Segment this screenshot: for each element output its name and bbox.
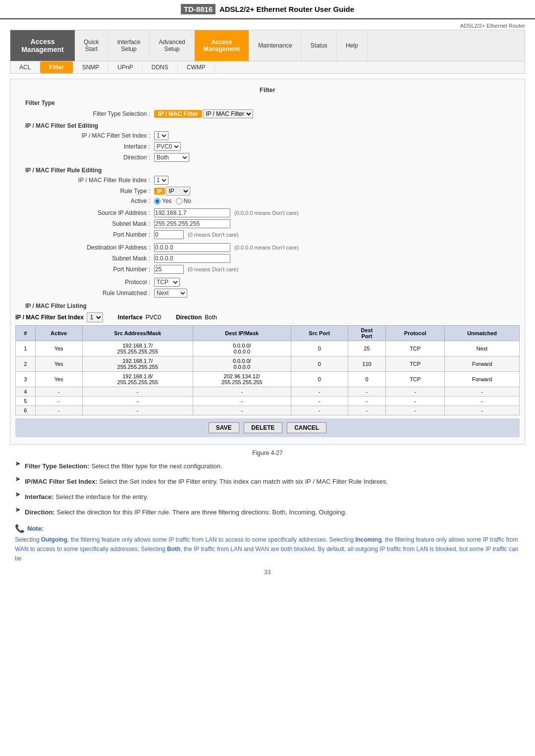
cell-protocol: -: [386, 406, 445, 415]
subnav-upnp[interactable]: UPnP: [108, 61, 142, 73]
active-no-radio[interactable]: [176, 198, 182, 204]
bullet-bold-1: Filter Type Selection:: [25, 462, 90, 470]
dst-mask-label: Subnet Mask :: [55, 255, 154, 262]
direction-label: Direction :: [55, 154, 154, 161]
active-yes-label[interactable]: Yes: [154, 198, 172, 204]
subnav-cwmp[interactable]: CWMP: [178, 61, 215, 73]
nav-help[interactable]: Help: [337, 30, 368, 61]
dst-ip-hint: (0.0.0.0 means Don't care): [234, 245, 299, 251]
src-ip-row: Source IP Address : (0.0.0.0 means Don't…: [55, 208, 520, 217]
note-section: 📞 Note: Selecting Outgoing, the filterin…: [15, 524, 520, 564]
col-dst-port: DestPort: [348, 326, 385, 341]
cell-src-port: 0: [291, 356, 348, 372]
subnav-acl[interactable]: ACL: [10, 61, 40, 73]
listing-direction-label: Direction: [176, 314, 202, 321]
cancel-button[interactable]: CANCEL: [287, 422, 326, 433]
nav-interface-setup[interactable]: InterfaceSetup: [108, 30, 150, 61]
note-icon: 📞: [15, 524, 25, 533]
protocol-label: Protocol :: [55, 279, 154, 286]
cell-active: Yes: [35, 372, 82, 387]
subnav-filter[interactable]: Filter: [40, 61, 73, 73]
device-label: ADSL2/2+ Ethernet Router: [0, 22, 535, 30]
nav-items: QuickStart InterfaceSetup AdvancedSetup …: [75, 30, 525, 61]
dst-port-row: Port Number : (0 means Don't care): [55, 265, 520, 274]
src-mask-label: Subnet Mask :: [55, 220, 154, 227]
dst-mask-input[interactable]: [154, 254, 230, 263]
listing-set-index-select[interactable]: 1: [87, 312, 103, 322]
note-both: Both: [167, 546, 180, 553]
src-ip-input[interactable]: [154, 208, 230, 217]
nav-quick-start[interactable]: QuickStart: [75, 30, 108, 61]
nav-access-management[interactable]: AccessManagement: [195, 30, 249, 61]
nav-maintenance[interactable]: Maintenance: [249, 30, 302, 61]
col-protocol: Protocol: [386, 326, 445, 341]
col-num: #: [16, 326, 36, 341]
cell-num: 6: [16, 406, 36, 415]
active-yes-radio[interactable]: [154, 198, 160, 204]
cell-dst-port: 25: [348, 341, 385, 356]
rule-index-row: IP / MAC Filter Rule Index : 12: [55, 176, 520, 185]
content-area: Filter Filter Type Filter Type Selection…: [10, 79, 525, 445]
bullet-2: ➤ IP/MAC Filter Set Index: Select the Se…: [15, 475, 520, 488]
active-no-label[interactable]: No: [176, 198, 191, 204]
cell-num: 4: [16, 387, 36, 397]
rule-editing-label: IP / MAC Filter Rule Editing: [25, 167, 520, 174]
table-row: 6 - - - - - - -: [16, 406, 520, 415]
sidebar-label: AccessManagement: [10, 30, 75, 61]
cell-dst-port: -: [348, 397, 385, 406]
cell-src-port: 0: [291, 372, 348, 387]
table-row: 4 - - - - - - -: [16, 387, 520, 397]
src-ip-label: Source IP Address :: [55, 209, 154, 216]
save-button[interactable]: SAVE: [209, 422, 239, 433]
direction-select[interactable]: BothIncomingOutgoing: [154, 153, 189, 162]
filter-type-label: Filter Type: [25, 100, 520, 106]
sub-nav: ACL Filter SNMP UPnP DDNS CWMP: [10, 61, 525, 74]
rule-index-select[interactable]: 12: [154, 176, 168, 185]
table-row: 1 Yes 192.168.1.7/255.255.255.255 0.0.0.…: [16, 341, 520, 356]
cell-protocol: -: [386, 387, 445, 397]
listing-table: # Active Src Address/Mask Dest IP/Mask S…: [15, 325, 520, 415]
rule-unmatched-select[interactable]: NextForwardDrop: [154, 289, 187, 298]
dst-ip-label: Destination IP Address :: [55, 244, 154, 251]
cell-dst: 0.0.0.0/0.0.0.0: [193, 356, 291, 372]
src-mask-row: Subnet Mask :: [55, 219, 520, 228]
rule-type-select[interactable]: IPMAC: [166, 187, 190, 196]
cell-src: 192.168.1.7/255.255.255.255: [82, 341, 193, 356]
cell-src: -: [82, 406, 193, 415]
nav-advanced-setup[interactable]: AdvancedSetup: [150, 30, 194, 61]
nav-status[interactable]: Status: [302, 30, 337, 61]
rule-type-tag[interactable]: IP: [154, 188, 165, 195]
page-header: TD-8816 ADSL2/2+ Ethernet Router User Gu…: [0, 0, 535, 30]
bullet-arrow-3: ➤: [15, 490, 21, 504]
cell-unmatched: -: [445, 406, 520, 415]
cell-src-port: -: [291, 397, 348, 406]
set-index-select[interactable]: 123: [154, 131, 168, 140]
subnav-snmp[interactable]: SNMP: [73, 61, 109, 73]
protocol-select[interactable]: TCPUDPICMP: [154, 278, 180, 287]
dst-ip-input[interactable]: [154, 243, 230, 252]
table-row: 2 Yes 192.168.1.7/255.255.255.255 0.0.0.…: [16, 356, 520, 372]
model-badge: TD-8816: [181, 4, 215, 14]
bullet-arrow-4: ➤: [15, 505, 21, 519]
cell-protocol: TCP: [386, 341, 445, 356]
note-incoming: Incoming: [355, 536, 381, 543]
interface-select[interactable]: PVC0PVC1: [154, 142, 181, 151]
rule-unmatched-row: Rule Unmatched : NextForwardDrop: [55, 289, 520, 298]
filter-type-dropdown[interactable]: IP / MAC Filter: [154, 110, 202, 118]
filter-type-select[interactable]: IP / MAC Filter: [203, 109, 253, 118]
src-mask-input[interactable]: [154, 219, 230, 228]
cell-src: -: [82, 387, 193, 397]
dst-port-input[interactable]: [154, 265, 184, 274]
cell-dst: -: [193, 387, 291, 397]
cell-active: -: [35, 387, 82, 397]
cell-protocol: -: [386, 397, 445, 406]
body-text: ➤ Filter Type Selection: Select the filt…: [15, 459, 520, 519]
dst-port-hint: (0 means Don't care): [188, 266, 238, 272]
subnav-ddns[interactable]: DDNS: [143, 61, 178, 73]
page-number: 33: [0, 569, 535, 576]
delete-button[interactable]: DELETE: [244, 422, 282, 433]
bullet-bold-4: Direction:: [25, 508, 55, 516]
dst-mask-row: Subnet Mask :: [55, 254, 520, 263]
src-port-input[interactable]: [154, 230, 184, 239]
set-index-label: IP / MAC Filter Set Index :: [55, 132, 154, 139]
